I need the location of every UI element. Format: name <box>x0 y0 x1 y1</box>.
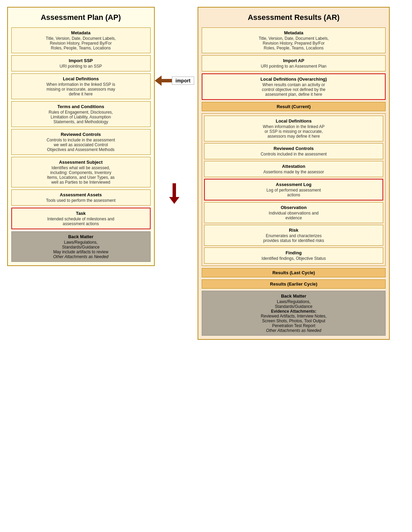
ar-back-matter-card: Back Matter Laws/Regulations,Standards/G… <box>202 291 386 336</box>
task-arrow-down <box>169 183 179 205</box>
ar-assessment-log-card: Assessment Log Log of performed assessme… <box>204 179 383 200</box>
ar-assessment-log-title: Assessment Log <box>208 182 379 187</box>
ap-title: Assessment Plan (AP) <box>11 11 151 25</box>
ar-title: Assessment Results (AR) <box>202 11 386 25</box>
ap-local-definitions-body: When information in the linked SSP ismis… <box>15 82 147 96</box>
import-label-box: import <box>155 76 195 86</box>
import-block: import <box>155 76 195 205</box>
ar-finding-card: Finding Identified findings, Objective S… <box>204 247 383 264</box>
ar-reviewed-controls-title: Reviewed Controls <box>208 146 379 151</box>
ap-assessment-subject-card: Assessment Subject Identifies what will … <box>11 157 151 187</box>
ar-import-ap-body: URI pointing to an Assessment Plan <box>205 64 382 69</box>
ar-local-definitions-card: Local Definitions When information in th… <box>204 116 383 141</box>
ap-import-ssp-card: Import SSP URI pointing to an SSP <box>11 55 151 71</box>
ar-attestation-title: Attestation <box>208 164 379 169</box>
ap-reviewed-controls-card: Reviewed Controls Controls to include in… <box>11 129 151 155</box>
ap-task-body: Intended schedule of milestones andasses… <box>15 217 146 226</box>
ap-back-matter-body: Laws/Regulations,Standards/GuidanceMay i… <box>15 240 147 259</box>
ar-other-attachments-label: Other Attachments as Needed <box>266 328 321 333</box>
ar-import-ap-card: Import AP URI pointing to an Assessment … <box>202 55 386 71</box>
ap-import-ssp-title: Import SSP <box>15 58 147 63</box>
ar-finding-title: Finding <box>208 250 379 255</box>
result-last-cycle-label: Results (Last Cycle) <box>202 268 386 277</box>
ap-task-card: Task Intended schedule of milestones and… <box>11 208 151 229</box>
ap-import-ssp-body: URI pointing to an SSP <box>15 64 147 69</box>
ap-reviewed-controls-body: Controls to include in the assessmentwe … <box>15 138 147 152</box>
ar-metadata-body: Title, Version, Date, Document Labels,Re… <box>205 36 382 50</box>
ap-assessment-assets-body: Tools used to perform the assessment <box>15 198 147 203</box>
ar-metadata-title: Metadata <box>205 30 382 35</box>
ap-metadata-body: Title, Version, Date, Document Labels,Re… <box>15 36 147 50</box>
ap-task-title: Task <box>15 211 146 216</box>
ar-attestation-body: Assertions made by the assessor <box>208 170 379 174</box>
ap-terms-conditions-body: Rules of Engagement, Disclosures,Limitat… <box>15 110 147 124</box>
ar-local-definitions-overarching-title: Local Definitions (Overarching) <box>206 77 381 82</box>
svg-marker-1 <box>169 183 179 204</box>
ar-risk-body: Enumerates and characterizesprovides sta… <box>208 233 379 243</box>
ar-assessment-log-body: Log of performed assessmentactions <box>208 188 379 197</box>
svg-marker-0 <box>155 76 172 86</box>
main-container: Assessment Plan (AP) Metadata Title, Ver… <box>7 7 405 340</box>
ap-local-definitions-title: Local Definitions <box>15 76 147 81</box>
down-arrow-icon <box>169 183 179 204</box>
ap-back-matter-title: Back Matter <box>15 234 147 239</box>
result-earlier-cycle-label: Results (Earlier Cycle) <box>202 279 386 289</box>
ap-local-definitions-card: Local Definitions When information in th… <box>11 73 151 99</box>
ar-local-definitions-overarching-card: Local Definitions (Overarching) When res… <box>202 73 386 100</box>
ap-metadata-title: Metadata <box>15 30 147 35</box>
ap-column: Assessment Plan (AP) Metadata Title, Ver… <box>7 7 155 266</box>
ar-column: Assessment Results (AR) Metadata Title, … <box>198 7 390 340</box>
import-arrow-icon <box>155 76 172 86</box>
ap-terms-conditions-title: Terms and Conditions <box>15 104 147 109</box>
ap-metadata-card: Metadata Title, Version, Date, Document … <box>11 27 151 53</box>
ap-reviewed-controls-title: Reviewed Controls <box>15 132 147 137</box>
ap-assessment-subject-title: Assessment Subject <box>15 160 147 165</box>
ar-local-definitions-body: When information in the linked APor SSP … <box>208 124 379 139</box>
ap-assessment-assets-title: Assessment Assets <box>15 192 147 197</box>
ar-observation-title: Observation <box>208 205 379 210</box>
ar-finding-body: Identified findings, Objective Status <box>208 256 379 261</box>
ar-local-definitions-overarching-body: When results contain an activity orcontr… <box>206 82 381 97</box>
ar-risk-title: Risk <box>208 228 379 233</box>
ar-reviewed-controls-card: Reviewed Controls Controls included in t… <box>204 143 383 159</box>
ar-observation-body: Individual observations andevidence <box>208 211 379 220</box>
import-text: import <box>172 77 195 85</box>
ar-import-ap-title: Import AP <box>205 58 382 63</box>
ar-risk-card: Risk Enumerates and characterizesprovide… <box>204 225 383 246</box>
result-current-label: Result (Current) <box>202 102 386 111</box>
ar-result-current-box: Local Definitions When information in th… <box>202 113 386 266</box>
ar-local-definitions-title: Local Definitions <box>208 118 379 124</box>
ar-evidence-attachments-label: Evidence Attachments: <box>271 309 316 314</box>
ar-attestation-card: Attestation Assertions made by the asses… <box>204 161 383 177</box>
ar-back-matter-body: Laws/Regulations,Standards/Guidance Evid… <box>205 299 382 333</box>
ar-back-matter-title: Back Matter <box>205 293 382 299</box>
ar-observation-card: Observation Individual observations ande… <box>204 202 383 223</box>
ap-back-matter-card: Back Matter Laws/Regulations,Standards/G… <box>11 231 151 262</box>
ap-assessment-subject-body: Identifies what will be assessed,includi… <box>15 165 147 185</box>
middle-import-area: import <box>155 7 195 205</box>
ar-metadata-card: Metadata Title, Version, Date, Document … <box>202 27 386 53</box>
ar-reviewed-controls-body: Controls included in the assessment <box>208 152 379 157</box>
ap-assessment-assets-card: Assessment Assets Tools used to perform … <box>11 189 151 206</box>
ap-terms-conditions-card: Terms and Conditions Rules of Engagement… <box>11 101 151 127</box>
